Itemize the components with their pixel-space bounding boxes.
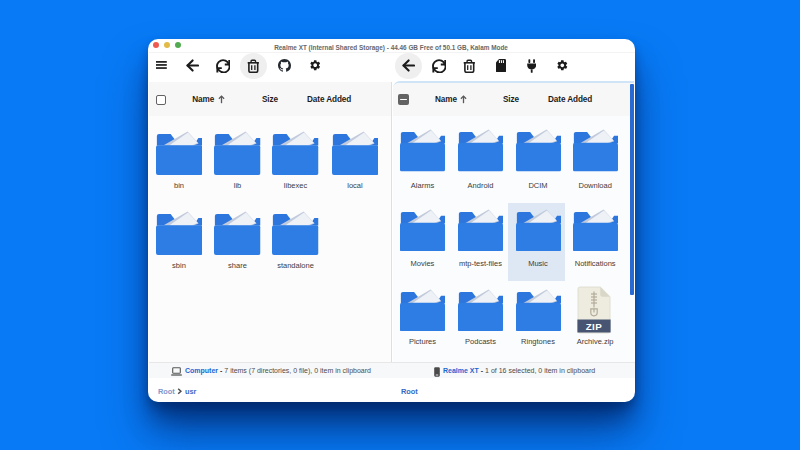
svg-text:ZIP: ZIP [585,321,602,332]
